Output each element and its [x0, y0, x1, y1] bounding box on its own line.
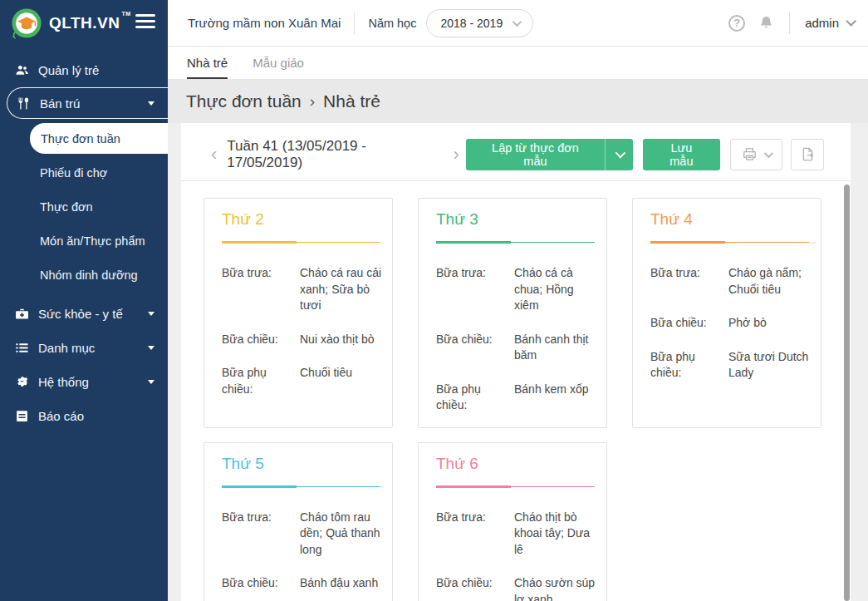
export-file-icon	[800, 146, 816, 162]
sidebar-item-label: Quản lý trẻ	[38, 63, 99, 77]
weekly-menu-cards: Thứ 2 Bữa trưa: Cháo cá rau cải xanh; Sữ…	[181, 181, 829, 601]
meal-label: Bữa trưa:	[222, 510, 282, 559]
meal-label: Bữa chiều:	[222, 575, 282, 592]
logo-row: QLTH.VNTM	[0, 0, 168, 47]
meal-value: Cháo sườn súp lơ xanh	[514, 575, 601, 601]
help-icon[interactable]: ?	[728, 15, 745, 32]
sidebar-item-he-thong[interactable]: Hệ thống	[0, 365, 168, 399]
sidebar-item-label: Hệ thống	[38, 375, 89, 389]
sidebar-subitem-thuc-don[interactable]: Thực đơn	[0, 191, 168, 222]
breadcrumb-separator-icon: ›	[310, 92, 315, 111]
sidebar-item-label: Báo cáo	[38, 409, 84, 423]
brand-name: QLTH.VNTM	[49, 14, 130, 32]
chevron-down-icon	[148, 101, 154, 106]
list-icon	[14, 341, 29, 356]
gear-icon	[14, 375, 29, 390]
school-name: Trường mầm non Xuân Mai	[188, 16, 341, 30]
notifications-bell-icon[interactable]	[758, 15, 774, 31]
meal-value: Chuối tiêu	[300, 365, 386, 397]
meal-value: Cháo gà nấm; Chuối tiêu	[728, 265, 815, 298]
app-window: QLTH.VNTM Quản lý trẻ Bán trú Thực đơn t…	[0, 0, 868, 601]
printer-icon	[742, 146, 758, 162]
chevron-down-icon	[615, 148, 625, 159]
week-label: Tuần 41 (13/05/2019 - 17/05/2019)	[227, 138, 443, 171]
sidebar-subitem-thuc-don-tuan[interactable]: Thực đơn tuần	[30, 123, 168, 154]
trademark-label: TM	[121, 11, 130, 17]
export-button[interactable]	[791, 139, 824, 170]
meal-value: Cháo tôm rau dền; Quả thanh long	[300, 510, 386, 559]
meal-value: Phở bò	[728, 315, 815, 332]
chevron-down-icon	[148, 346, 154, 350]
sidebar-item-suc-khoe-y-te[interactable]: Sức khỏe - y tế	[0, 297, 168, 331]
meal-label: Bữa chiều:	[222, 332, 282, 348]
tab-mau-giao[interactable]: Mẫu giáo	[253, 47, 304, 79]
breadcrumb: Thực đơn tuần › Nhà trẻ	[168, 80, 868, 123]
user-menu[interactable]: admin	[805, 16, 853, 30]
school-year-label: Năm học	[368, 17, 416, 30]
meal-value: Sữa tươi Dutch Lady	[728, 349, 815, 382]
meal-label: Bữa chiều:	[436, 332, 496, 364]
top-header: Trường mầm non Xuân Mai Năm học 2018 - 2…	[168, 0, 868, 47]
breadcrumb-current: Nhà trẻ	[323, 91, 380, 111]
chevron-down-icon	[764, 148, 773, 157]
submenu-label: Phiếu đi chợ	[40, 166, 107, 180]
tab-nha-tre[interactable]: Nhà trẻ	[187, 47, 228, 79]
content-area: ‹ Tuần 41 (13/05/2019 - 17/05/2019) › Lậ…	[168, 123, 868, 601]
vertical-scrollbar[interactable]	[844, 185, 850, 601]
meal-value: Bánh kem xốp	[514, 382, 601, 414]
header-divider	[354, 12, 355, 34]
submenu-label: Thực đơn	[40, 200, 93, 214]
meal-label: Bữa chiều:	[650, 315, 710, 332]
day-title: Thứ 5	[222, 455, 380, 473]
meal-value: Cháo thịt bò khoai tây; Dưa lê	[514, 510, 601, 559]
prev-week-icon[interactable]: ‹	[204, 145, 223, 164]
day-divider	[222, 485, 380, 488]
sidebar-item-quan-ly-tre[interactable]: Quản lý trẻ	[0, 53, 168, 87]
ban-tru-submenu: Thực đơn tuần Phiếu đi chợ Thực đơn Món …	[0, 119, 168, 297]
day-title: Thứ 2	[222, 210, 380, 229]
day-card-thu-2: Thứ 2 Bữa trưa: Cháo cá rau cải xanh; Sữ…	[204, 198, 393, 428]
day-title: Thứ 6	[436, 455, 595, 473]
week-navigator: ‹ Tuần 41 (13/05/2019 - 17/05/2019) ›	[204, 138, 466, 171]
sidebar-subitem-mon-an-thuc-pham[interactable]: Món ăn/Thực phẩm	[0, 225, 168, 256]
meal-value: Cháo cá rau cải xanh; Sữa bò tươi	[300, 265, 386, 314]
day-title: Thứ 4	[650, 210, 809, 229]
sidebar: QLTH.VNTM Quản lý trẻ Bán trú Thực đơn t…	[0, 0, 168, 601]
submenu-label: Món ăn/Thực phẩm	[40, 234, 145, 248]
day-card-thu-6: Thứ 6 Bữa trưa: Cháo thịt bò khoai tây; …	[418, 442, 607, 601]
submenu-label: Nhóm dinh dưỡng	[40, 268, 138, 282]
utensils-icon	[16, 96, 31, 111]
create-from-sample-button[interactable]: Lập từ thực đơn mẫu	[466, 139, 605, 170]
breadcrumb-parent[interactable]: Thực đơn tuần	[186, 91, 302, 111]
meal-label: Bữa phụ chiều:	[650, 349, 710, 382]
save-sample-button[interactable]: Lưu mẫu	[643, 139, 720, 170]
username-label: admin	[805, 16, 839, 30]
meal-label: Bữa trưa:	[436, 265, 496, 314]
hamburger-menu-icon[interactable]	[135, 14, 155, 32]
sidebar-item-label: Danh mục	[38, 341, 95, 355]
meal-label: Bữa chiều:	[436, 575, 496, 601]
sidebar-item-danh-muc[interactable]: Danh mục	[0, 331, 168, 365]
sidebar-item-bao-cao[interactable]: Báo cáo	[0, 399, 168, 433]
day-divider	[436, 241, 595, 244]
sidebar-subitem-phieu-di-cho[interactable]: Phiếu đi chợ	[0, 157, 168, 188]
meal-label: Bữa trưa:	[650, 265, 710, 298]
create-from-sample-dropdown-button[interactable]	[605, 139, 633, 170]
sidebar-item-label: Bán trú	[40, 96, 80, 111]
chevron-down-icon	[512, 17, 522, 26]
tab-bar: Nhà trẻ Mẫu giáo	[168, 47, 868, 80]
sidebar-subitem-nhom-dinh-duong[interactable]: Nhóm dinh dưỡng	[0, 259, 168, 290]
next-week-icon[interactable]: ›	[447, 145, 466, 164]
meal-value: Cháo cá cà chua; Hồng xiêm	[514, 265, 601, 314]
meal-label: Bữa trưa:	[436, 510, 496, 559]
chevron-down-icon	[148, 380, 154, 384]
school-year-select[interactable]: 2018 - 2019	[426, 9, 533, 37]
school-year-value: 2018 - 2019	[440, 17, 503, 30]
day-divider	[222, 241, 380, 244]
sidebar-nav: Quản lý trẻ Bán trú Thực đơn tuần Phiếu …	[0, 47, 168, 433]
print-button[interactable]	[730, 139, 782, 170]
app-logo-icon[interactable]	[11, 7, 42, 39]
sidebar-item-ban-tru[interactable]: Bán trú	[7, 87, 168, 119]
toolbar: ‹ Tuần 41 (13/05/2019 - 17/05/2019) › Lậ…	[181, 123, 851, 181]
day-card-thu-4: Thứ 4 Bữa trưa: Cháo gà nấm; Chuối tiêu …	[632, 198, 821, 428]
